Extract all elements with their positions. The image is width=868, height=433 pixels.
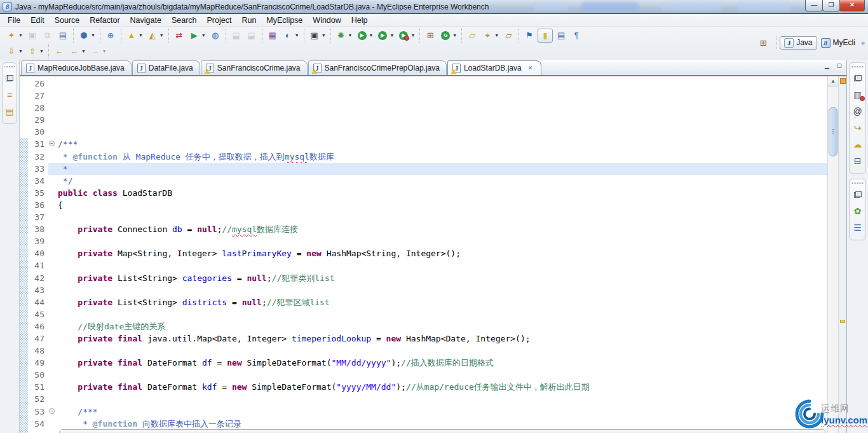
package-explorer-view-icon[interactable]: ▤ — [3, 104, 17, 118]
dropdown-arrow-icon[interactable]: ▼ — [452, 33, 457, 38]
drag-handle[interactable] — [851, 65, 864, 69]
dropdown-arrow-icon[interactable]: ▼ — [18, 49, 23, 53]
overview-warning-badge[interactable] — [840, 78, 846, 84]
restore-view-icon[interactable] — [3, 71, 17, 85]
next-annotation-button[interactable]: ⇩▼ — [4, 45, 24, 58]
menu-source[interactable]: Source — [50, 15, 85, 26]
back-button[interactable]: ←▼ — [67, 45, 87, 58]
code-editor[interactable]: 262728293031−/***32 * @function 从 MapRed… — [20, 76, 846, 433]
servers-view-icon[interactable]: ▥ — [851, 88, 865, 102]
declaration-view-icon[interactable]: ↪ — [851, 121, 865, 135]
toggle-breadcrumb-button[interactable]: ⚑ — [522, 29, 536, 42]
open-perspective-button[interactable]: ⊞ — [754, 36, 773, 50]
mark-occurrences-button[interactable]: ▮ — [538, 29, 553, 43]
maximize-editor-icon[interactable]: ▢ — [834, 62, 844, 71]
webservice-2.0-button[interactable]: ⊕ — [104, 29, 118, 42]
dropdown-arrow-icon[interactable]: ▼ — [139, 33, 143, 38]
deploy-button[interactable]: ⇄ — [172, 29, 186, 42]
dropdown-arrow-icon[interactable]: ▼ — [410, 33, 415, 38]
tab-SanFranciscoCrime.java[interactable]: JSanFranciscoCrime.java — [201, 60, 308, 75]
search-button[interactable]: ⌖▼ — [480, 29, 500, 42]
overview-annotation-marker[interactable] — [840, 320, 845, 323]
dropdown-arrow-icon[interactable]: ▼ — [159, 33, 164, 38]
dropdown-arrow-icon[interactable]: ▼ — [81, 49, 86, 53]
show-whitespace-button[interactable]: ¶ — [569, 29, 583, 42]
dropdown-arrow-icon[interactable]: ▼ — [295, 33, 299, 38]
new-java-project-button[interactable]: ⊞ — [423, 29, 437, 42]
run-server-button[interactable]: ▶▼ — [187, 29, 207, 42]
scrollbar-thumb[interactable] — [829, 107, 837, 156]
close-button[interactable]: ✕ — [839, 0, 865, 11]
drag-handle[interactable] — [851, 181, 864, 185]
print-button[interactable]: ▤ — [56, 29, 70, 42]
minimize-button[interactable]: — — [805, 0, 823, 11]
tab-close-icon[interactable]: ✕ — [526, 64, 535, 72]
drag-handle[interactable] — [4, 65, 15, 69]
profile-button[interactable]: ▶▼ — [397, 29, 416, 42]
vertical-scrollbar[interactable]: ▲ — [827, 76, 838, 433]
perspective-java-button[interactable]: J Java — [780, 36, 817, 50]
previous-annotation-button[interactable]: ⇧▼ — [25, 45, 45, 58]
perspective-myeclipse-button[interactable]: 8 MyEcli — [817, 37, 859, 49]
menu-file[interactable]: File — [3, 15, 25, 26]
annotations-view-icon[interactable]: @ — [851, 104, 865, 118]
dropdown-arrow-icon[interactable]: ▼ — [322, 33, 326, 38]
report-preview-button[interactable]: ◐▼ — [281, 29, 301, 42]
tab-DataFile.java[interactable]: JDataFile.java — [132, 60, 200, 75]
restore-view-icon[interactable] — [851, 188, 865, 202]
new-class-button[interactable]: G▼ — [438, 29, 458, 42]
dropdown-arrow-icon[interactable]: ▼ — [91, 33, 95, 38]
save-all-button[interactable]: ⧉ — [41, 29, 55, 42]
new-myeclipse-db-button[interactable]: ⬢▼ — [77, 29, 97, 42]
open-report-web-button[interactable]: ⬓ — [245, 29, 259, 42]
dropdown-arrow-icon[interactable]: ▼ — [102, 49, 107, 53]
open-resource-button[interactable]: ▱ — [501, 29, 515, 42]
menu-myeclipse[interactable]: MyEclipse — [261, 15, 308, 26]
scroll-up-arrow-icon[interactable]: ▲ — [828, 76, 838, 86]
new-web-wizard-button[interactable]: ▲▼ — [125, 29, 144, 42]
show-selected-element-button[interactable]: ▤ — [554, 29, 568, 42]
code-area[interactable]: 262728293031−/***32 * @function 从 MapRed… — [20, 76, 827, 433]
open-report-button[interactable]: ⬓ — [229, 29, 243, 42]
menu-navigate[interactable]: Navigate — [125, 15, 166, 26]
tab-SanFranciscoCrimePrepOlap.java[interactable]: JSanFranciscoCrimePrepOlap.java — [308, 60, 447, 75]
snapshot-button[interactable]: ▣▼ — [308, 29, 327, 42]
spring-view-icon[interactable]: ✿ — [851, 204, 865, 218]
debug-button[interactable]: ✺▼ — [334, 29, 354, 42]
restore-view-icon[interactable] — [851, 71, 865, 85]
type-hierarchy-view-icon[interactable]: ≡ — [3, 88, 17, 102]
menu-project[interactable]: Project — [202, 15, 237, 26]
dropdown-arrow-icon[interactable]: ▼ — [18, 33, 23, 38]
dropdown-arrow-icon[interactable]: ▼ — [201, 33, 206, 38]
menu-edit[interactable]: Edit — [25, 15, 50, 26]
dropdown-arrow-icon[interactable]: ▼ — [369, 33, 374, 38]
run-history-button[interactable]: ▶▼ — [376, 29, 395, 42]
menu-refactor[interactable]: Refactor — [85, 15, 125, 26]
outline-view-icon[interactable]: ☰ — [851, 221, 865, 235]
report-design-button[interactable]: ▦ — [266, 29, 280, 42]
menu-window[interactable]: Window — [308, 15, 346, 26]
new-wizard-button[interactable]: ✦▼ — [4, 29, 24, 42]
perspective-overflow-chevron[interactable]: » — [861, 39, 864, 46]
minimize-editor-icon[interactable]: ▁ — [822, 62, 832, 71]
tab-MapReduceJobBase.java[interactable]: JMapReduceJobBase.java — [21, 60, 132, 75]
horizontal-scrollbar[interactable] — [59, 429, 826, 433]
console-view-icon[interactable]: ⊟ — [851, 154, 865, 168]
collapse-icon[interactable]: − — [49, 141, 55, 146]
web-browser-button[interactable]: ◍ — [208, 29, 222, 42]
run-button[interactable]: ▶▼ — [355, 29, 375, 42]
last-edit-location-button[interactable]: ← — [52, 45, 66, 58]
dropdown-arrow-icon[interactable]: ▼ — [390, 33, 394, 38]
menu-search[interactable]: Search — [166, 15, 202, 26]
open-type-button[interactable]: ▱ — [465, 29, 479, 42]
new-web-globe-wizard-button[interactable]: ◭▼ — [146, 29, 165, 42]
hadoop-mapreduce-view-icon[interactable]: ☁ — [851, 137, 865, 151]
tab-LoadStarDB.java[interactable]: JLoadStarDB.java✕ — [447, 60, 541, 75]
menu-run[interactable]: Run — [236, 15, 261, 26]
maximize-button[interactable]: ❐ — [822, 0, 840, 11]
overview-ruler[interactable] — [838, 76, 846, 433]
dropdown-arrow-icon[interactable]: ▼ — [348, 33, 353, 38]
dropdown-arrow-icon[interactable]: ▼ — [39, 49, 44, 53]
collapse-icon[interactable]: − — [49, 408, 55, 414]
dropdown-arrow-icon[interactable]: ▼ — [494, 33, 499, 38]
